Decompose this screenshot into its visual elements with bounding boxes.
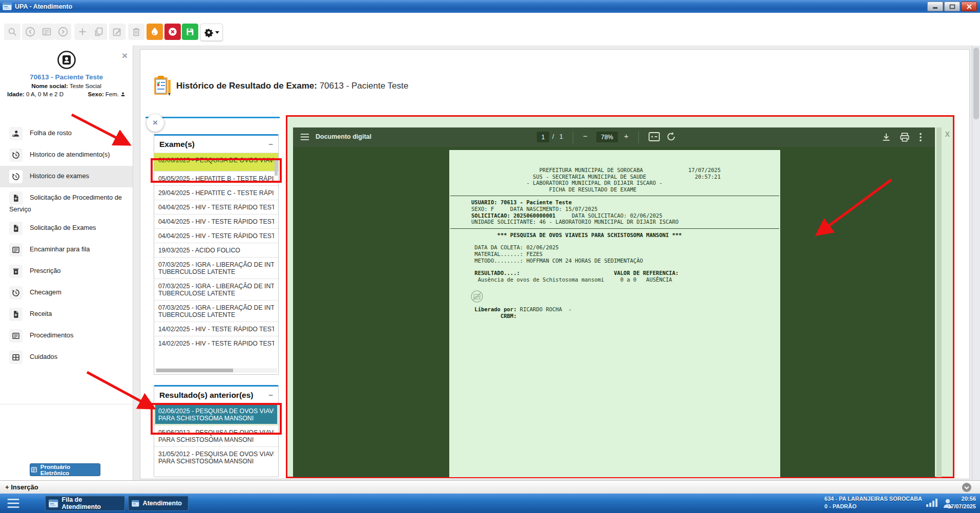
exam-list-item[interactable]: 05/05/2025 - HEPATITE B - TESTE RÁPIDO <box>154 172 278 186</box>
doc-metodo-line: METODO........: HOFFMAN COM 24 HORAS DE … <box>471 258 770 264</box>
viewer-scrollbar[interactable] <box>936 127 942 477</box>
taskbar-menu-icon[interactable] <box>6 498 20 508</box>
list-icon <box>9 329 23 343</box>
rotate-icon[interactable] <box>666 132 676 142</box>
grid-icon <box>9 351 23 364</box>
sidebar-item-historico-atendimentos[interactable]: Historico de atendimento(s) <box>0 144 133 166</box>
delete-record-button[interactable] <box>128 24 144 40</box>
new-record-button[interactable] <box>74 24 91 40</box>
exam-list-item[interactable]: 19/03/2025 - ACIDO FOLICO <box>154 243 278 258</box>
profile-name: 0 - PADRÃO <box>824 503 922 510</box>
insertion-bar[interactable]: + Inserção <box>0 480 980 494</box>
signal-bars-icon[interactable] <box>926 498 939 508</box>
exams-horizontal-scrollbar[interactable] <box>155 368 277 373</box>
arrow-left-circle-icon <box>25 26 36 37</box>
doc-coleta-line: DATA DA COLETA: 02/06/2025 <box>471 244 770 251</box>
exam-list-item[interactable]: 07/03/2025 - IGRA - LIBERAÇÃO DE INTERTU… <box>154 279 278 301</box>
clear-button[interactable] <box>147 24 163 40</box>
bottom-taskbar: Fila de Atendimento Atendimento 634 - PA… <box>0 494 980 513</box>
cancel-button[interactable] <box>164 24 181 40</box>
zoom-out-button[interactable]: − <box>583 132 588 140</box>
doc-sexo-line: SEXO: F DATA NASCIMENTO: 15/07/2025 <box>471 206 770 212</box>
trash-icon <box>131 26 142 37</box>
exam-list-item[interactable]: 07/03/2025 - IGRA - LIBERAÇÃO DE INTERTU… <box>154 301 278 322</box>
exams-panel-header[interactable]: Exame(s) − <box>154 136 278 153</box>
zoom-in-button[interactable]: + <box>624 132 629 140</box>
taskbar-tab-atendimento[interactable]: Atendimento <box>128 496 189 511</box>
doc-material-line: MATERIAL......: FEZES <box>471 251 770 258</box>
person-card-icon <box>9 127 23 140</box>
sidebar-item-solicitacao-procedimento[interactable]: Solicitação de Procedimento de Serviço <box>0 187 133 218</box>
window-title: UPA - Atendimento <box>15 3 72 10</box>
caret-down-icon <box>215 31 219 34</box>
maximize-button[interactable] <box>944 2 960 11</box>
exam-list-item-selected[interactable]: 02/06/2025 - PESQUISA DE OVOS VIAVEIS <box>154 153 278 172</box>
scrollbar-thumb[interactable] <box>973 48 979 119</box>
prontuario-eletronico-button[interactable]: Prontuário Eletrônico <box>30 463 100 476</box>
save-button[interactable] <box>182 24 198 40</box>
sidebar-item-cuidados[interactable]: Cuidados <box>0 347 133 368</box>
window-vertical-scrollbar[interactable] <box>972 46 980 480</box>
prev-record-button[interactable] <box>22 24 38 40</box>
sidebar-item-solicitacao-exames[interactable]: Solicitação de Exames <box>0 218 133 239</box>
taskbar-tab-fila-de-atendimento[interactable]: Fila de Atendimento <box>45 496 125 511</box>
zoom-value[interactable]: 78% <box>596 132 618 142</box>
age-value: 0 A, 0 M e 2 D <box>26 91 64 97</box>
settings-menu-button[interactable] <box>200 24 223 41</box>
exams-panel-title: Exame(s) <box>159 140 195 149</box>
social-name-label: Nome social: <box>31 83 68 89</box>
sidebar-item-historico-exames[interactable]: Historico de exames <box>0 166 133 187</box>
result-list-item[interactable]: 31/05/2012 - PESQUISA DE OVOS VIAVEISPAR… <box>154 447 278 468</box>
exam-result-page: PREFEITURA MUNICIPAL DE SOROCABA 17/07/2… <box>449 150 780 477</box>
exam-list-item[interactable]: 14/02/2025 - HIV - TESTE RÁPIDO TESTE 1 <box>154 322 278 336</box>
sidebar-item-folha-de-rosto[interactable]: Folha de rosto <box>0 123 133 144</box>
scrollbar-thumb[interactable] <box>156 369 233 372</box>
sidebar-item-procedimentos[interactable]: Procedimentos <box>0 325 133 347</box>
arrow-right-circle-icon <box>57 26 69 37</box>
page-number-input[interactable]: 1 <box>537 132 549 142</box>
doc-liberado-line: Liberado por: RICARDO ROCHA - <box>471 306 770 313</box>
close-panel-bubble[interactable]: × <box>147 114 164 132</box>
copy-record-button[interactable] <box>91 24 107 40</box>
plus-icon <box>77 26 88 37</box>
exam-list-item[interactable]: 04/04/2025 - HIV - TESTE RÁPIDO TESTE 1 <box>154 200 278 215</box>
sidebar-item-receita[interactable]: Receita <box>0 304 133 325</box>
toolbar-divider <box>638 131 639 143</box>
exam-list-item[interactable]: 14/02/2025 - HIV - TESTE RÁPIDO TESTE 2 <box>154 336 278 350</box>
print-icon[interactable] <box>900 132 910 142</box>
minimize-button[interactable] <box>927 2 943 11</box>
next-record-button[interactable] <box>55 24 71 40</box>
no-image-placeholder-icon <box>470 290 484 303</box>
exams-vertical-scrollbar[interactable] <box>275 160 278 176</box>
sidebar-item-prescricao[interactable]: Prescrição <box>0 261 133 282</box>
sidebar-item-encaminhar-fila[interactable]: Encaminhar para fila <box>0 239 133 261</box>
sidebar-divider <box>0 404 133 404</box>
collapse-minus-icon[interactable]: − <box>268 393 273 398</box>
result-list-item-selected[interactable]: 02/06/2025 - PESQUISA DE OVOS VIAVEISPAR… <box>154 404 278 425</box>
eraser-drop-icon <box>149 26 160 37</box>
age-label: Idade: <box>7 91 25 97</box>
results-panel-header[interactable]: Resultado(s) anterior(es) − <box>154 387 278 404</box>
exam-list-item[interactable]: 04/04/2025 - HIV - TESTE RÁPIDO TESTE 2 <box>154 229 278 243</box>
close-button[interactable] <box>961 2 977 11</box>
more-options-icon[interactable] <box>919 132 922 142</box>
exam-list-item[interactable]: 04/04/2025 - HIV - TESTE RÁPIDO TESTE 1 <box>154 215 278 229</box>
unit-name: 634 - PA LARANJEIRAS SOROCABA <box>824 495 922 503</box>
taskbar-location-info: 634 - PA LARANJEIRAS SOROCABA 0 - PADRÃO <box>824 495 922 510</box>
viewer-menu-icon[interactable] <box>300 133 309 141</box>
viewer-close-x[interactable]: X <box>945 130 950 138</box>
edit-record-button[interactable] <box>109 24 126 40</box>
window-tab-icon <box>49 499 58 508</box>
exam-list-item[interactable]: 07/03/2025 - IGRA - LIBERAÇÃO DE INTERTU… <box>154 258 278 279</box>
chevron-down-icon[interactable] <box>962 482 972 493</box>
search-button[interactable] <box>4 24 20 40</box>
result-list-item[interactable]: 05/06/2012 - PESQUISA DE OVOS VIAVEISPAR… <box>154 425 278 447</box>
sidebar-item-checagem[interactable]: Checagem <box>0 282 133 304</box>
collapse-minus-icon[interactable]: − <box>268 142 273 147</box>
list-records-button[interactable] <box>38 24 55 40</box>
exam-list-item[interactable]: 29/04/2025 - HEPATITE C - TESTE RÁPIDO <box>154 186 278 200</box>
fit-width-icon[interactable] <box>649 132 660 141</box>
doc-divider <box>450 196 779 196</box>
patient-sidebar: × 70613 - Paciente Teste Nome social: Te… <box>0 46 133 480</box>
download-icon[interactable] <box>881 132 891 142</box>
